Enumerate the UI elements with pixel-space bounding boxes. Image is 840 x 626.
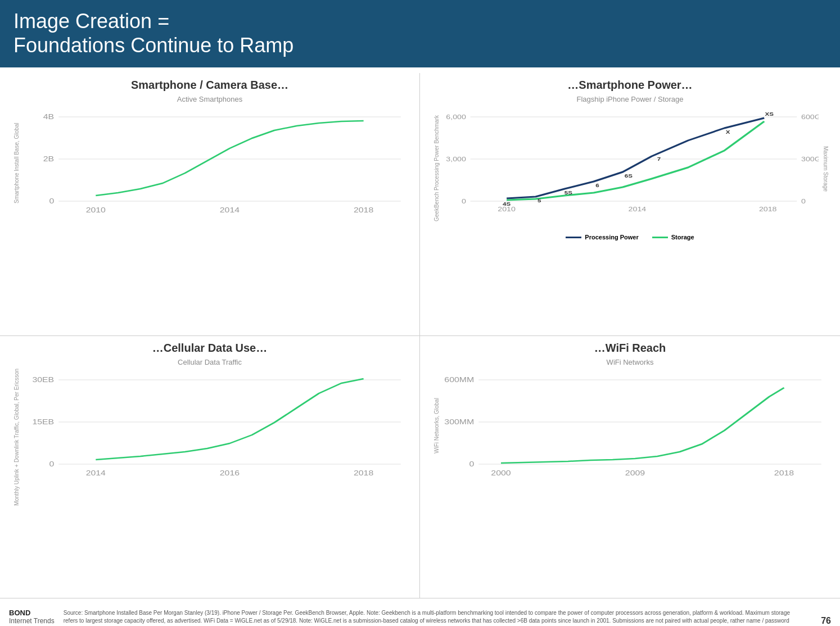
svg-text:XS: XS [765, 112, 774, 117]
chart-title-wifi: …WiFi Reach [431, 342, 829, 355]
svg-text:30EB: 30EB [32, 376, 54, 384]
svg-text:2014: 2014 [629, 206, 647, 213]
page-header: Image Creation = Foundations Continue to… [0, 0, 840, 67]
svg-text:3,000: 3,000 [446, 156, 466, 163]
svg-text:600GB: 600GB [801, 114, 819, 121]
chart-legend-power: Processing Power Storage [431, 234, 829, 241]
footer: BOND Internet Trends 2019 Source: Smartp… [0, 598, 840, 626]
svg-text:0: 0 [462, 198, 466, 205]
svg-text:300GB: 300GB [801, 156, 819, 163]
right-panel: …Smartphone Power… Flagship iPhone Power… [420, 73, 840, 598]
svg-text:2010: 2010 [498, 206, 516, 213]
svg-text:5S: 5S [564, 190, 572, 196]
chart-subtitle-wifi: WiFi Networks [431, 358, 829, 366]
y-axis-label-power-left: GeekBench Processing Power Benchmark [431, 106, 441, 232]
svg-text:2014: 2014 [86, 469, 106, 477]
svg-text:7: 7 [657, 157, 661, 162]
svg-text:2018: 2018 [759, 206, 777, 213]
svg-text:2000: 2000 [491, 469, 511, 477]
brand-internet-trends: Internet Trends [9, 617, 55, 625]
chart-wifi: …WiFi Reach WiFi Networks WiFi Networks,… [420, 336, 840, 598]
y-axis-label-power-right: Maximum Storage [819, 106, 829, 232]
chart-subtitle-cellular: Cellular Data Traffic [11, 358, 408, 366]
svg-text:600MM: 600MM [444, 376, 474, 384]
svg-text:0: 0 [49, 197, 54, 205]
svg-text:2010: 2010 [86, 206, 106, 214]
legend-processing-line [566, 237, 581, 238]
svg-text:0: 0 [801, 198, 806, 205]
svg-text:300MM: 300MM [444, 418, 474, 426]
footer-source: Source: Smartphone Installed Base Per Mo… [64, 609, 805, 626]
footer-page-number: 76 [814, 616, 831, 626]
legend-processing: Processing Power [566, 234, 638, 241]
svg-text:2016: 2016 [220, 469, 240, 477]
footer-brand: BOND Internet Trends 2019 [9, 609, 55, 626]
svg-text:0: 0 [49, 460, 54, 468]
chart-svg-wifi: 600MM 300MM 0 2000 2009 2018 [441, 369, 829, 483]
svg-text:6S: 6S [625, 174, 633, 179]
y-axis-label-wifi: WiFi Networks, Global [431, 369, 441, 483]
svg-text:4B: 4B [43, 113, 54, 121]
chart-cellular-data: …Cellular Data Use… Cellular Data Traffi… [0, 336, 419, 598]
svg-text:0: 0 [469, 460, 474, 468]
svg-text:2B: 2B [43, 155, 54, 163]
svg-text:2018: 2018 [774, 469, 794, 477]
chart-svg-cellular: 30EB 15EB 0 2014 2016 2018 [21, 369, 408, 506]
left-panel: Smartphone / Camera Base… Active Smartph… [0, 73, 420, 598]
svg-text:15EB: 15EB [32, 418, 54, 426]
chart-svg-power: 6,000 3,000 0 600GB 300GB 0 2010 2014 20… [441, 106, 819, 232]
svg-text:2014: 2014 [220, 206, 240, 214]
chart-title-power: …Smartphone Power… [431, 79, 829, 92]
legend-processing-label: Processing Power [585, 234, 638, 241]
chart-subtitle-power: Flagship iPhone Power / Storage [431, 95, 829, 103]
svg-text:2009: 2009 [625, 469, 645, 477]
chart-subtitle-smartphone: Active Smartphones [11, 95, 408, 103]
chart-svg-smartphone: 4B 2B 0 2010 2014 2018 [21, 106, 408, 220]
svg-text:6: 6 [595, 183, 599, 189]
svg-text:6,000: 6,000 [446, 114, 466, 121]
chart-title-cellular: …Cellular Data Use… [11, 342, 408, 355]
y-axis-label-smartphone: Smartphone Install Base, Global [11, 106, 21, 220]
svg-text:X: X [726, 130, 730, 135]
legend-storage: Storage [652, 234, 694, 241]
chart-smartphone-base: Smartphone / Camera Base… Active Smartph… [0, 73, 419, 336]
chart-smartphone-power: …Smartphone Power… Flagship iPhone Power… [420, 73, 840, 336]
legend-storage-label: Storage [671, 234, 694, 241]
legend-storage-line [652, 237, 668, 238]
svg-text:2018: 2018 [354, 206, 373, 214]
svg-text:5: 5 [538, 198, 541, 204]
y-axis-label-cellular: Monthly Uplink + Downlink Traffic, Globa… [11, 369, 21, 506]
brand-name: BOND [9, 609, 55, 617]
page-title: Image Creation = Foundations Continue to… [13, 9, 827, 57]
svg-text:2018: 2018 [354, 469, 373, 477]
chart-title-smartphone: Smartphone / Camera Base… [11, 79, 408, 92]
svg-text:4S: 4S [503, 202, 511, 207]
main-content: Smartphone / Camera Base… Active Smartph… [0, 67, 840, 598]
